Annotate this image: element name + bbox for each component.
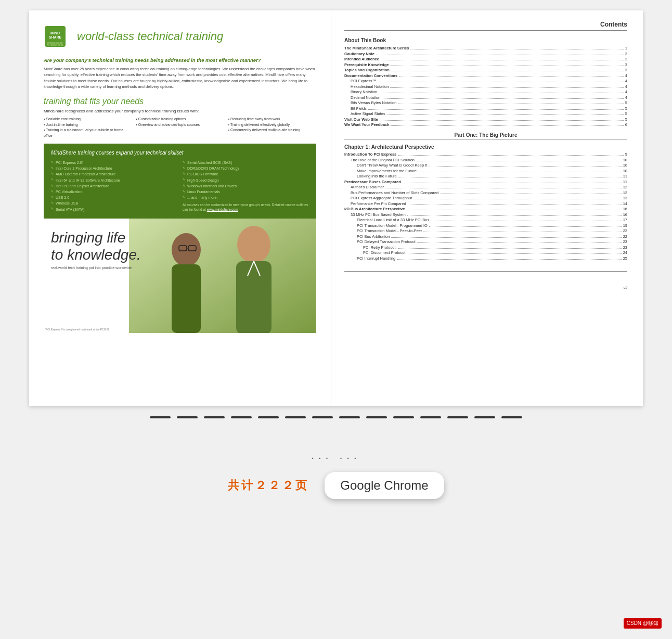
page-container: MIND SHARE BRINGING LIFE TO KNOWLEDGE wo…	[0, 0, 672, 639]
toc-entry: We Want Your Feedback 6	[344, 122, 627, 127]
toc-entry: Active Signal States 5	[344, 111, 627, 116]
section1-subtitle: MindShare recognizes and addresses your …	[44, 109, 316, 113]
toc-entry: Author's Disclaimer 12	[344, 185, 627, 189]
toc-entry: Visit Our Web Site 5	[344, 117, 627, 122]
course-item: PC BIOS Firmware	[183, 171, 309, 177]
left-page: MIND SHARE BRINGING LIFE TO KNOWLEDGE wo…	[29, 10, 331, 406]
dash	[258, 416, 279, 418]
toc-entry: Electrical Load Limit of a 33 MHz PCI Bu…	[344, 218, 627, 222]
header-area: MIND SHARE BRINGING LIFE TO KNOWLEDGE wo…	[44, 25, 316, 48]
page-count-text: 共计２２２页	[228, 478, 309, 493]
course-item: Intel PC and Chipset Architecture	[51, 183, 177, 189]
company-desc: Are your company's technical training ne…	[44, 57, 316, 90]
dash	[447, 416, 468, 418]
course-item: Wireless USB	[51, 200, 177, 206]
bullet-item: • Customizable training options• Overvie…	[136, 117, 224, 138]
bottom-text: bringing life to knowledge. real-world t…	[51, 229, 141, 270]
dash	[285, 416, 306, 418]
dashed-line	[150, 416, 522, 418]
big-tagline: bringing life to knowledge.	[51, 229, 141, 264]
toc-header: Contents	[344, 21, 627, 31]
courses-grid: PCI Express 2.0* Intel Core 2 Processor …	[51, 160, 309, 212]
course-item: Intel Core 2 Processor Architecture	[51, 165, 177, 171]
toc-entry: PCI Transaction Model - Programmed IO 19	[344, 223, 627, 228]
bullet-grid: • Scalable cost training• Just-in-time t…	[44, 117, 316, 138]
course-item: PC Virtualization	[51, 189, 177, 195]
toc-about-section: The MindShare Architecture Series 1 Caut…	[344, 46, 627, 127]
dash	[501, 416, 522, 418]
toc-entry: Looking into the Future 11	[344, 174, 627, 178]
toc-about-title: About This Book	[344, 37, 627, 43]
dash	[420, 416, 441, 418]
toc-entry: Documentation Conventions 4	[344, 73, 627, 78]
course-item: USB 2.0	[51, 195, 177, 200]
toc-entry: Don't Throw Away What is Good! Keep It 1…	[344, 163, 627, 168]
dots-area: ... ...	[312, 450, 361, 462]
photo-area	[129, 219, 316, 333]
svg-text:TO KNOWLEDGE: TO KNOWLEDGE	[47, 44, 64, 46]
bottom-section: ... ... 共计２２２页 Google Chrome	[29, 406, 643, 504]
course-item: Windows Internals and Drivers	[183, 183, 309, 189]
course-item: Serial ATA (SATA)	[51, 207, 177, 212]
course-item: Intel 64 and IA-32 Software Architecture	[51, 177, 177, 183]
dash	[366, 416, 387, 418]
toc-entry: Performance Per Pin Compared 14	[344, 201, 627, 206]
svg-rect-12	[236, 261, 272, 333]
section1-title: training that fits your needs	[44, 97, 316, 106]
toc-entry: The MindShare Architecture Series 1	[344, 46, 627, 50]
courses-left-col: PCI Express 2.0* Intel Core 2 Processor …	[51, 160, 177, 212]
dash	[339, 416, 360, 418]
course-item: High-Speed Design	[183, 177, 309, 183]
bullet-item: • Scalable cost training• Just-in-time t…	[44, 117, 132, 138]
toc-entry: Introduction To PCI Express 9	[344, 152, 627, 157]
course-item: AMD Opteron Processor Architecture	[51, 171, 177, 177]
toc-entry: Binary Notation 4	[344, 90, 627, 94]
chapter1-section: Introduction To PCI Express 9 The Role o…	[344, 152, 627, 261]
toc-entry: The Role of the Original PCI Solution 10	[344, 158, 627, 162]
course-item: ... and many more.	[183, 195, 309, 200]
svg-rect-5	[129, 219, 316, 333]
dash	[231, 416, 252, 418]
company-text: MindShare has over 25 years experience i…	[44, 66, 316, 90]
dash	[204, 416, 225, 418]
dash	[177, 416, 198, 418]
google-chrome-badge: Google Chrome	[325, 472, 444, 499]
course-item: PCI Express 2.0*	[51, 160, 177, 165]
document-area: MIND SHARE BRINGING LIFE TO KNOWLEDGE wo…	[29, 10, 643, 406]
svg-point-11	[237, 226, 270, 263]
page-number: vii	[344, 285, 627, 290]
chapter1-title: Chapter 1: Architectural Perspective	[344, 144, 627, 150]
toc-entry: Prerequisite Knowledge 3	[344, 62, 627, 67]
dash	[474, 416, 495, 418]
toc-entry: PCI Retry Protocol: 23	[344, 245, 627, 250]
courses-right-col: Serial Attached SCSI (SAS) DDR2/DDR3 DRA…	[183, 160, 309, 212]
toc-entry: PCI Transaction Model - Peer-to-Peer 22	[344, 228, 627, 233]
right-page: Contents About This Book The MindShare A…	[331, 10, 643, 406]
toc-entry: 33 MHz PCI Bus Based System 16	[344, 212, 627, 217]
logo-area: MIND SHARE BRINGING LIFE TO KNOWLEDGE	[44, 25, 67, 48]
course-item: Serial Attached SCSI (SAS)	[183, 160, 309, 165]
csdn-badge: CSDN @移知	[624, 618, 662, 629]
bullet-item: • Reducing time away from work• Training…	[228, 117, 316, 138]
toc-entry: PCI Express™ 4	[344, 79, 627, 83]
dash	[150, 416, 171, 418]
svg-rect-7	[172, 264, 201, 333]
part1-title: Part One: The Big Picture	[344, 132, 627, 140]
toc-entry: Decimal Notation 4	[344, 95, 627, 100]
training-box-title: MindShare training courses expand your t…	[51, 150, 309, 156]
svg-text:SHARE: SHARE	[49, 35, 62, 39]
sub-tagline: real-world tech training put into practi…	[51, 266, 141, 270]
toc-entry: PCI Delayed Transaction Protocol 23	[344, 239, 627, 244]
page-count-area: 共计２２２页 Google Chrome	[228, 472, 444, 499]
toc-entry: Intended Audience 2	[344, 57, 627, 61]
toc-entry: PCI Interrupt Handling 25	[344, 256, 627, 261]
toc-entry: PCI Bus Arbitration 22	[344, 234, 627, 239]
toc-entry: Bit Fields 5	[344, 106, 627, 111]
toc-entry: Bus Performances and Number of Slots Com…	[344, 190, 627, 195]
section1: training that fits your needs MindShare …	[44, 97, 316, 138]
dash	[312, 416, 333, 418]
dash	[393, 416, 414, 418]
toc-entry: Make Improvements for the Future 10	[344, 169, 627, 173]
svg-text:MIND: MIND	[50, 31, 60, 35]
toc-entry: I/O Bus Architecture Perspective 16	[344, 207, 627, 211]
